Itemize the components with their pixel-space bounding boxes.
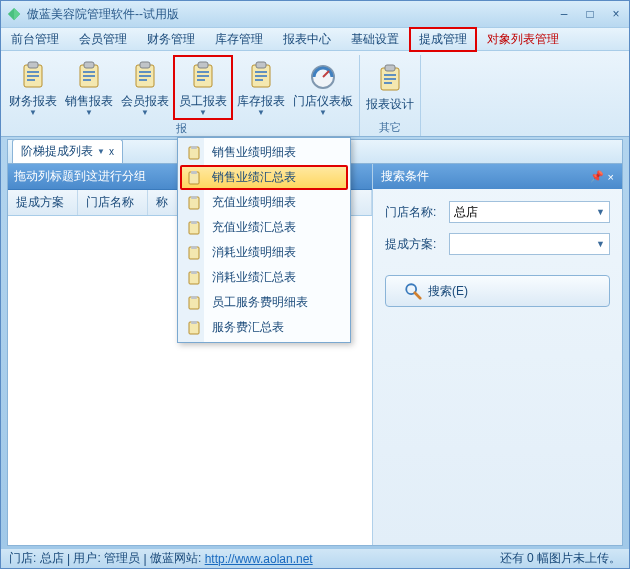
svg-rect-19: [197, 71, 209, 73]
clipboard-icon: [186, 220, 202, 236]
svg-rect-45: [191, 246, 197, 249]
plan-select[interactable]: ▼: [449, 233, 610, 255]
panel-title: 搜索条件: [381, 168, 429, 185]
ribbon-员工报表[interactable]: 员工报表▼: [173, 55, 233, 120]
svg-rect-5: [27, 75, 39, 77]
col-plan[interactable]: 提成方案: [8, 190, 78, 215]
chevron-down-icon: ▼: [85, 110, 93, 116]
svg-rect-14: [139, 71, 151, 73]
chevron-down-icon: ▼: [199, 110, 207, 116]
ribbon-财务报表[interactable]: 财务报表▼: [5, 55, 61, 120]
tab-label: 阶梯提成列表: [21, 143, 93, 160]
svg-rect-33: [384, 82, 392, 84]
search-label: 搜索(E): [428, 283, 468, 300]
app-icon: [7, 7, 21, 21]
panel-close-icon[interactable]: ×: [608, 171, 614, 183]
menu-2[interactable]: 财务管理: [137, 27, 205, 52]
svg-rect-39: [191, 171, 197, 174]
status-store: 门店: 总店: [9, 550, 64, 567]
chevron-down-icon: ▼: [29, 110, 37, 116]
svg-rect-20: [197, 75, 209, 77]
store-value: 总店: [454, 204, 478, 221]
ribbon-group-other: 报表设计 其它: [360, 55, 421, 136]
minimize-button[interactable]: –: [557, 7, 571, 21]
tab-close-icon[interactable]: x: [109, 146, 114, 157]
clipboard-icon: [186, 295, 202, 311]
menu-6[interactable]: 提成管理: [409, 27, 477, 52]
svg-rect-30: [385, 65, 395, 71]
dropdown-item-6[interactable]: 员工服务费明细表: [180, 290, 348, 315]
dropdown-item-0[interactable]: 销售业绩明细表: [180, 140, 348, 165]
clipboard-icon: [186, 145, 202, 161]
svg-marker-1: [14, 8, 20, 20]
window-title: 傲蓝美容院管理软件--试用版: [27, 6, 557, 23]
clipboard-icon: [186, 170, 202, 186]
title-bar: 傲蓝美容院管理软件--试用版 – □ ×: [1, 1, 629, 27]
svg-rect-4: [27, 71, 39, 73]
ribbon-门店仪表板[interactable]: 门店仪表板▼: [289, 55, 357, 120]
svg-rect-24: [255, 71, 267, 73]
menu-5[interactable]: 基础设置: [341, 27, 409, 52]
svg-rect-51: [191, 321, 197, 324]
pin-icon[interactable]: 📌: [590, 170, 604, 183]
search-button[interactable]: 搜索(E): [385, 275, 610, 307]
chevron-down-icon: ▼: [257, 110, 265, 116]
store-select[interactable]: 总店 ▼: [449, 201, 610, 223]
tab-tiered-commission[interactable]: 阶梯提成列表 ▼ x: [12, 139, 123, 163]
svg-rect-6: [27, 79, 35, 81]
ribbon-group-reports: 财务报表▼销售报表▼会员报表▼员工报表▼库存报表▼门店仪表板▼ 报: [3, 55, 360, 136]
maximize-button[interactable]: □: [583, 7, 597, 21]
panel-header: 搜索条件 📌 ×: [373, 164, 622, 189]
chevron-down-icon: ▼: [319, 110, 327, 116]
menu-7[interactable]: 对象列表管理: [477, 27, 569, 52]
menu-bar: 前台管理会员管理财务管理库存管理报表中心基础设置提成管理对象列表管理: [1, 27, 629, 51]
svg-rect-10: [83, 75, 95, 77]
store-label: 门店名称:: [385, 204, 449, 221]
clipboard-icon: [186, 245, 202, 261]
clipboard-icon: [186, 270, 202, 286]
dropdown-item-2[interactable]: 充值业绩明细表: [180, 190, 348, 215]
dropdown-item-3[interactable]: 充值业绩汇总表: [180, 215, 348, 240]
dropdown-item-5[interactable]: 消耗业绩汇总表: [180, 265, 348, 290]
svg-rect-32: [384, 78, 396, 80]
svg-rect-11: [83, 79, 91, 81]
svg-rect-13: [140, 62, 150, 68]
group-label: 报: [176, 120, 187, 137]
dropdown-item-1[interactable]: 销售业绩汇总表: [180, 165, 348, 190]
svg-rect-49: [191, 296, 197, 299]
svg-rect-37: [191, 146, 197, 149]
svg-rect-3: [28, 62, 38, 68]
col-store[interactable]: 门店名称: [78, 190, 148, 215]
svg-rect-9: [83, 71, 95, 73]
clipboard-icon: [186, 195, 202, 211]
ribbon-销售报表[interactable]: 销售报表▼: [61, 55, 117, 120]
status-site-label: 傲蓝网站:: [150, 550, 201, 567]
dropdown-item-7[interactable]: 服务费汇总表: [180, 315, 348, 340]
ribbon-会员报表[interactable]: 会员报表▼: [117, 55, 173, 120]
dropdown-item-4[interactable]: 消耗业绩明细表: [180, 240, 348, 265]
svg-rect-16: [139, 79, 147, 81]
status-right: 还有 0 幅图片未上传。: [500, 550, 621, 567]
svg-rect-8: [84, 62, 94, 68]
close-button[interactable]: ×: [609, 7, 623, 21]
svg-rect-21: [197, 79, 205, 81]
chevron-down-icon: ▼: [596, 207, 605, 217]
svg-rect-43: [191, 221, 197, 224]
status-link[interactable]: http://www.aolan.net: [205, 552, 313, 566]
ribbon-库存报表[interactable]: 库存报表▼: [233, 55, 289, 120]
svg-rect-18: [198, 62, 208, 68]
status-user: 用户: 管理员: [73, 550, 140, 567]
svg-rect-31: [384, 74, 396, 76]
clipboard-icon: [186, 320, 202, 336]
menu-1[interactable]: 会员管理: [69, 27, 137, 52]
ribbon-报表设计[interactable]: 报表设计: [362, 55, 418, 119]
menu-0[interactable]: 前台管理: [1, 27, 69, 52]
ribbon: 财务报表▼销售报表▼会员报表▼员工报表▼库存报表▼门店仪表板▼ 报 报表设计 其…: [1, 51, 629, 137]
menu-3[interactable]: 库存管理: [205, 27, 273, 52]
tab-dropdown-icon[interactable]: ▼: [97, 149, 105, 155]
svg-rect-23: [256, 62, 266, 68]
svg-rect-25: [255, 75, 267, 77]
menu-4[interactable]: 报表中心: [273, 27, 341, 52]
plan-label: 提成方案:: [385, 236, 449, 253]
group-label: 其它: [379, 119, 401, 136]
